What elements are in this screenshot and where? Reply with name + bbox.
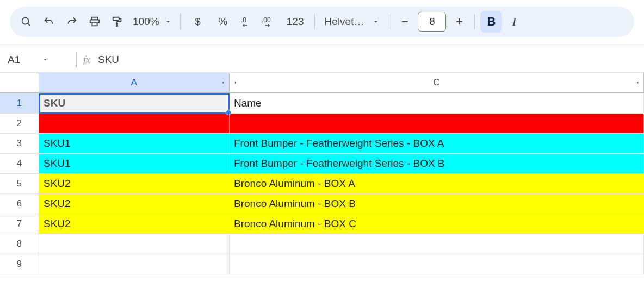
svg-rect-3 <box>92 22 97 26</box>
row-header-5[interactable]: 5 <box>0 174 39 194</box>
decrease-decimal-icon: .0 <box>240 16 254 28</box>
cell-C2[interactable] <box>230 114 644 134</box>
font-size-group: − + <box>395 12 469 32</box>
cell-C3[interactable]: Front Bumper - Featherweight Series - BO… <box>230 134 644 154</box>
zoom-dropdown[interactable]: 100% <box>129 16 175 28</box>
cell-A9[interactable] <box>39 254 230 274</box>
caret-down-icon <box>165 18 171 25</box>
font-size-input[interactable] <box>418 12 446 32</box>
redo-icon <box>66 16 78 28</box>
decrease-font-size-button[interactable]: − <box>395 12 414 32</box>
chevron-left-icon <box>220 79 226 86</box>
toolbar: 100% $ % .0 .00 123 Helvet… − + B I <box>10 7 634 37</box>
paint-roller-icon <box>112 16 123 28</box>
paint-format-button[interactable] <box>107 11 128 33</box>
font-family-dropdown[interactable]: Helvet… <box>320 16 384 28</box>
cell-C1[interactable]: Name <box>230 93 644 114</box>
row-header-7[interactable]: 7 <box>0 214 39 234</box>
hidden-column-indicator-right[interactable] <box>233 79 238 86</box>
cell-A7[interactable]: SKU2 <box>39 214 230 234</box>
separator <box>474 14 475 29</box>
cell-C6[interactable]: Bronco Aluminum - BOX B <box>230 194 644 214</box>
search-icon <box>20 16 32 28</box>
cell-A1[interactable]: SKU <box>39 93 230 114</box>
cell-C8[interactable] <box>230 234 644 254</box>
format-currency-button[interactable]: $ <box>186 11 210 33</box>
svg-text:.0: .0 <box>241 16 246 24</box>
chevron-right-icon <box>233 79 238 86</box>
italic-button[interactable]: I <box>503 11 525 33</box>
undo-icon <box>43 16 55 28</box>
row-header-2[interactable]: 2 <box>0 114 39 134</box>
formula-bar: A1 fx SKU <box>0 47 644 73</box>
cell-C4[interactable]: Front Bumper - Featherweight Series - BO… <box>230 154 644 174</box>
increase-font-size-button[interactable]: + <box>449 12 469 32</box>
search-button[interactable] <box>15 11 37 33</box>
separator <box>180 14 181 29</box>
cell-A4[interactable]: SKU1 <box>39 154 230 174</box>
cell-A2[interactable] <box>39 114 230 134</box>
decrease-decimal-button[interactable]: .0 <box>236 11 258 33</box>
cell-A8[interactable] <box>39 234 230 254</box>
format-percent-button[interactable]: % <box>211 11 235 33</box>
redo-button[interactable] <box>61 11 83 33</box>
font-family-value: Helvet… <box>325 16 364 28</box>
separator <box>389 14 389 29</box>
cell-C7[interactable]: Bronco Aluminum - BOX C <box>230 214 644 234</box>
row-header-1[interactable]: 1 <box>0 93 39 114</box>
caret-down-icon <box>42 57 48 63</box>
select-all-corner[interactable] <box>0 73 39 93</box>
hidden-column-indicator-left[interactable] <box>635 79 640 86</box>
increase-decimal-icon: .00 <box>262 16 278 28</box>
undo-button[interactable] <box>38 11 60 33</box>
increase-decimal-button[interactable]: .00 <box>259 11 281 33</box>
print-icon <box>89 16 101 28</box>
hidden-column-indicator-left[interactable] <box>220 79 226 86</box>
more-formats-button[interactable]: 123 <box>282 11 309 33</box>
svg-text:.00: .00 <box>262 16 271 24</box>
spreadsheet-grid: A C 1 SKU Name 2 3 SKU1 Front Bumper - F… <box>0 73 644 274</box>
svg-line-1 <box>28 23 30 26</box>
zoom-value: 100% <box>133 16 159 28</box>
print-button[interactable] <box>84 11 106 33</box>
cell-C9[interactable] <box>230 254 644 274</box>
row-header-3[interactable]: 3 <box>0 134 39 154</box>
column-label: C <box>433 77 439 88</box>
row-header-6[interactable]: 6 <box>0 194 39 214</box>
column-header-C[interactable]: C <box>230 73 644 93</box>
bold-button[interactable]: B <box>480 11 502 33</box>
formula-input[interactable]: SKU <box>98 54 119 66</box>
column-header-A[interactable]: A <box>39 73 230 93</box>
svg-point-0 <box>22 18 29 24</box>
column-label: A <box>131 77 137 88</box>
svg-rect-5 <box>116 23 117 27</box>
row-header-8[interactable]: 8 <box>0 234 39 254</box>
cell-A6[interactable]: SKU2 <box>39 194 230 214</box>
cell-A3[interactable]: SKU1 <box>39 134 230 154</box>
fx-label: fx <box>83 54 90 66</box>
separator <box>314 14 315 29</box>
name-box[interactable]: A1 <box>0 54 76 66</box>
caret-down-icon <box>373 18 379 25</box>
chevron-left-icon <box>635 79 640 86</box>
svg-rect-4 <box>113 17 119 21</box>
cell-reference: A1 <box>8 54 20 66</box>
row-header-4[interactable]: 4 <box>0 154 39 174</box>
cell-C5[interactable]: Bronco Aluminum - BOX A <box>230 174 644 194</box>
cell-A5[interactable]: SKU2 <box>39 174 230 194</box>
toolbar-container: 100% $ % .0 .00 123 Helvet… − + B I <box>0 0 644 47</box>
separator <box>76 52 77 67</box>
row-header-9[interactable]: 9 <box>0 254 39 274</box>
